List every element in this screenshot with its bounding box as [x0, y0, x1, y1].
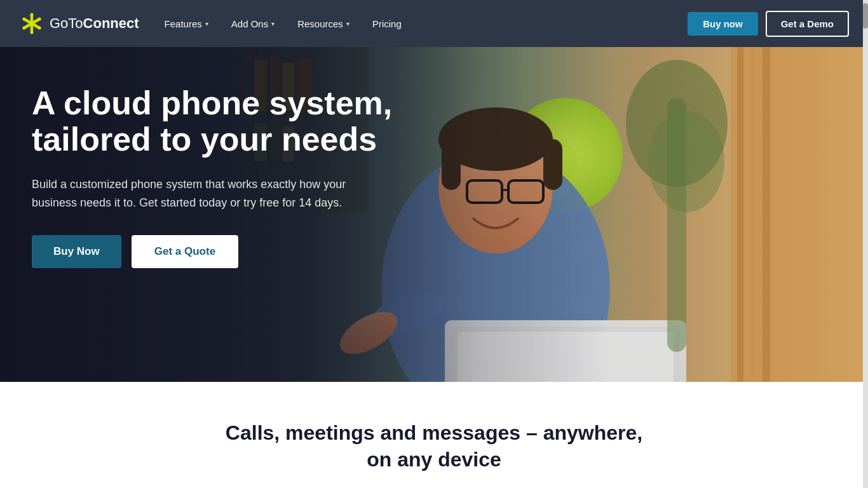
get-demo-button[interactable]: Get a Demo	[766, 11, 849, 37]
below-hero-title: Calls, meetings and messages – anywhere,…	[212, 420, 656, 473]
logo-text: GoToConnect	[50, 15, 139, 32]
hero-get-quote-button[interactable]: Get a Quote	[132, 235, 238, 268]
hero-content: A cloud phone system, tailored to your n…	[0, 47, 432, 306]
svg-point-3	[31, 13, 34, 17]
hero-buttons: Buy Now Get a Quote	[32, 235, 400, 268]
below-hero-section: Calls, meetings and messages – anywhere,…	[0, 382, 868, 488]
svg-point-6	[38, 27, 41, 30]
svg-point-5	[22, 18, 25, 21]
nav-item-features[interactable]: Features ▾	[165, 18, 208, 29]
hero-section: A cloud phone system, tailored to your n…	[0, 47, 868, 382]
hero-buy-now-button[interactable]: Buy Now	[32, 235, 121, 268]
nav-item-addons[interactable]: Add Ons ▾	[231, 18, 275, 29]
svg-point-8	[22, 27, 25, 30]
svg-point-4	[31, 31, 34, 34]
nav-item-resources[interactable]: Resources ▾	[297, 18, 349, 29]
hero-subtitle: Build a customized phone system that wor…	[32, 175, 388, 212]
svg-point-7	[38, 18, 41, 21]
nav-item-pricing[interactable]: Pricing	[372, 18, 402, 29]
nav-links: Features ▾ Add Ons ▾ Resources ▾ Pricing	[165, 18, 402, 29]
navbar: GoToConnect Features ▾ Add Ons ▾ Resourc…	[0, 0, 868, 47]
logo[interactable]: GoToConnect	[19, 11, 139, 36]
logo-icon	[19, 11, 44, 36]
buy-now-button[interactable]: Buy now	[688, 12, 758, 36]
hero-title: A cloud phone system, tailored to your n…	[32, 85, 400, 158]
navbar-left: GoToConnect Features ▾ Add Ons ▾ Resourc…	[19, 11, 402, 36]
navbar-right: Buy now Get a Demo	[688, 11, 849, 37]
scroll-thumb[interactable]	[863, 3, 868, 29]
